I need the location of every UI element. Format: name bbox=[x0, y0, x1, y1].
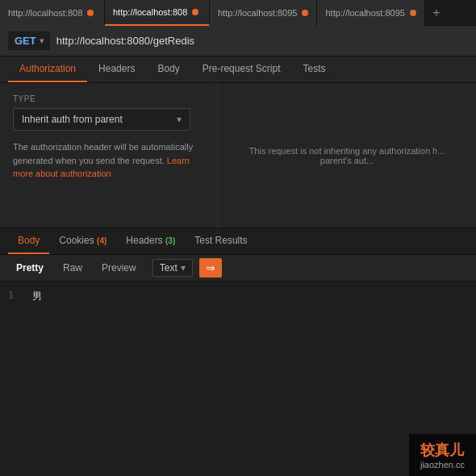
method-label: GET bbox=[15, 35, 36, 47]
headers-badge: (3) bbox=[165, 236, 175, 245]
auth-type-value: Inherit auth from parent bbox=[22, 114, 123, 125]
browser-tab-4[interactable]: http://localhost:8095 bbox=[317, 0, 424, 26]
watermark-line2: jiaozhen.cc bbox=[420, 460, 465, 470]
resp-tab-preview[interactable]: Preview bbox=[94, 259, 144, 277]
auth-select-chevron-icon: ▾ bbox=[177, 114, 182, 125]
cookies-badge: (4) bbox=[97, 236, 106, 245]
resp-tab-raw-label: Raw bbox=[63, 262, 82, 273]
browser-tab-3[interactable]: http://localhost:8095 bbox=[210, 0, 317, 26]
auth-description: The authorization header will be automat… bbox=[13, 140, 204, 181]
resp-tab-pretty-label: Pretty bbox=[16, 262, 44, 273]
resp-tab-preview-label: Preview bbox=[102, 262, 136, 273]
tab-label-2: http://localhost:808 bbox=[113, 7, 187, 17]
browser-tab-1[interactable]: http://localhost:808 bbox=[0, 0, 105, 26]
tab-dot-3 bbox=[302, 10, 308, 16]
method-chevron-icon: ▾ bbox=[40, 36, 44, 45]
tab-tests-label: Tests bbox=[303, 63, 325, 74]
response-tab-body-label: Body bbox=[18, 235, 40, 246]
code-line-1: 1 男 bbox=[0, 288, 476, 305]
url-bar: GET ▾ bbox=[0, 26, 476, 56]
format-dropdown[interactable]: Text ▾ bbox=[152, 259, 193, 277]
line-number-1: 1 bbox=[8, 290, 24, 301]
auth-description-text: The authorization header will be automat… bbox=[13, 142, 193, 165]
response-tab-headers[interactable]: Headers (3) bbox=[116, 228, 185, 254]
auth-section: TYPE Inherit auth from parent ▾ The auth… bbox=[0, 83, 476, 228]
auth-note-text: This request is not inheriting any autho… bbox=[231, 146, 463, 165]
tab-prerequest-label: Pre-request Script bbox=[203, 63, 281, 74]
tab-dot-4 bbox=[410, 10, 416, 16]
tab-label-1: http://localhost:808 bbox=[8, 8, 82, 18]
auth-type-label: TYPE bbox=[13, 94, 204, 103]
request-tabs: Authorization Headers Body Pre-request S… bbox=[0, 56, 476, 83]
browser-tab-bar: http://localhost:808 http://localhost:80… bbox=[0, 0, 476, 26]
wrap-button[interactable]: ⇒ bbox=[199, 258, 222, 278]
response-toolbar: Pretty Raw Preview Text ▾ ⇒ bbox=[0, 255, 476, 282]
code-area: 1 男 bbox=[0, 282, 476, 362]
response-tab-cookies-label: Cookies bbox=[59, 235, 94, 246]
tab-body-label: Body bbox=[157, 63, 179, 74]
url-input[interactable] bbox=[56, 35, 468, 47]
response-tab-cookies[interactable]: Cookies (4) bbox=[49, 228, 116, 254]
tab-label-4: http://localhost:8095 bbox=[325, 8, 404, 18]
tab-headers-label: Headers bbox=[98, 63, 135, 74]
tab-dot-2 bbox=[192, 9, 198, 15]
tab-body[interactable]: Body bbox=[146, 56, 190, 82]
tab-tests[interactable]: Tests bbox=[291, 56, 336, 82]
tab-authorization[interactable]: Authorization bbox=[8, 56, 87, 82]
response-tab-test-results[interactable]: Test Results bbox=[185, 228, 257, 254]
response-tab-headers-label: Headers bbox=[126, 235, 162, 246]
response-tabs: Body Cookies (4) Headers (3) Test Result… bbox=[0, 228, 476, 255]
browser-tab-2[interactable]: http://localhost:808 bbox=[105, 0, 210, 26]
tab-dot-1 bbox=[87, 10, 94, 16]
tab-prerequest[interactable]: Pre-request Script bbox=[191, 56, 292, 82]
resp-tab-pretty[interactable]: Pretty bbox=[8, 259, 52, 277]
format-label: Text bbox=[160, 262, 177, 273]
watermark-line1: 较真儿 bbox=[420, 441, 465, 460]
response-tab-test-results-label: Test Results bbox=[194, 235, 247, 246]
code-content-1: 男 bbox=[32, 290, 42, 303]
tab-headers[interactable]: Headers bbox=[87, 56, 146, 82]
response-tab-body[interactable]: Body bbox=[8, 228, 49, 254]
auth-right-panel: This request is not inheriting any autho… bbox=[218, 83, 476, 228]
auth-type-select[interactable]: Inherit auth from parent ▾ bbox=[13, 108, 190, 131]
resp-tab-raw[interactable]: Raw bbox=[55, 259, 90, 277]
method-dropdown[interactable]: GET ▾ bbox=[8, 31, 50, 50]
watermark: 较真儿 jiaozhen.cc bbox=[409, 434, 476, 476]
tab-authorization-label: Authorization bbox=[19, 63, 76, 74]
auth-left-panel: TYPE Inherit auth from parent ▾ The auth… bbox=[0, 83, 218, 228]
add-tab-button[interactable]: + bbox=[425, 0, 448, 26]
tab-label-3: http://localhost:8095 bbox=[218, 8, 297, 18]
format-chevron-icon: ▾ bbox=[181, 262, 186, 273]
wrap-icon: ⇒ bbox=[206, 261, 215, 274]
